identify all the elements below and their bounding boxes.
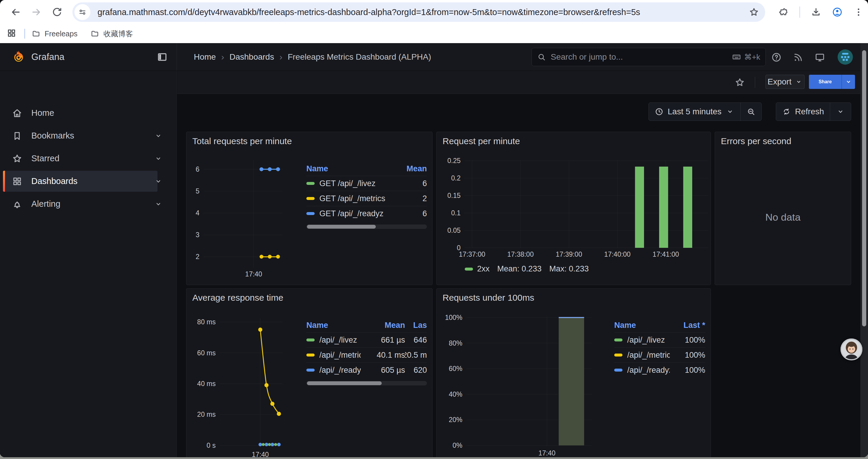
legend-text: GET /api/_/readyz <box>319 209 383 218</box>
panel-title[interactable]: Errors per second <box>721 136 791 146</box>
legend-pill[interactable] <box>306 369 315 371</box>
legend-series-label[interactable]: 2xx <box>477 264 490 273</box>
legend-scrollbar[interactable] <box>306 381 427 386</box>
legend-series-name[interactable]: GET /api/_/metrics <box>306 191 400 206</box>
legend-table: NameMeanGET /api/_/livez6GET /api/_/metr… <box>306 162 427 221</box>
share-button[interactable]: Share <box>809 75 855 89</box>
news-rss-icon[interactable] <box>790 50 805 65</box>
legend-pill[interactable] <box>306 212 315 215</box>
export-button[interactable]: Export <box>766 75 804 89</box>
legend-text: 40.1 ms <box>377 351 405 360</box>
y-axis-tick: 0.25 <box>447 157 461 165</box>
back-icon[interactable] <box>8 5 23 20</box>
bookmark-folder[interactable]: Freeleaps <box>32 29 78 38</box>
sidebar-item-home[interactable]: Home <box>0 102 176 124</box>
legend-value: 605 µs <box>361 363 405 378</box>
legend-pill[interactable] <box>306 354 315 357</box>
x-axis-tick: 17:40 <box>245 270 262 278</box>
legend-pill[interactable] <box>614 369 622 371</box>
legend-column-header[interactable]: Las <box>405 318 427 332</box>
bar-chart[interactable]: 0.250.20.150.10.05017:37:0017:38:0017:39… <box>465 161 708 248</box>
refresh-button[interactable]: Refresh <box>776 103 830 121</box>
share-button-label[interactable]: Share <box>809 75 842 89</box>
grafana-top-nav: Grafana Home›Dashboards›Freeleaps Metric… <box>0 43 868 71</box>
legend-series-name[interactable]: /api/_/readyz <box>614 363 670 378</box>
legend-scrollbar[interactable] <box>306 225 427 229</box>
legend-column-header[interactable]: Last * <box>670 318 705 332</box>
search-box[interactable]: ⌘+k <box>531 48 766 66</box>
legend-series-name[interactable]: /api/_/livez <box>614 333 670 347</box>
download-icon[interactable] <box>811 7 821 18</box>
dock-menu-icon[interactable] <box>157 52 168 64</box>
extensions-icon[interactable] <box>778 7 789 18</box>
legend-column-header[interactable]: Mean <box>400 162 427 176</box>
legend-column-header[interactable]: Name <box>614 318 670 332</box>
site-settings-icon[interactable] <box>74 4 90 20</box>
chevron-down-icon[interactable] <box>154 200 163 208</box>
sidebar-item-alerting[interactable]: Alerting <box>0 193 176 215</box>
legend-pill[interactable] <box>614 354 622 357</box>
folder-icon <box>90 29 99 38</box>
panel-title[interactable]: Requests under 100ms <box>442 293 534 303</box>
legend-series-name[interactable]: GET /api/_/readyz <box>306 206 400 221</box>
panel-title[interactable]: Request per minute <box>442 136 520 146</box>
user-avatar[interactable] <box>838 49 853 65</box>
y-axis-tick: 5 <box>195 187 199 195</box>
y-axis-tick: 80% <box>449 339 462 347</box>
legend-scrollbar-thumb[interactable] <box>307 381 382 385</box>
legend-column-header[interactable]: Name <box>306 318 361 332</box>
page-scrollbar[interactable] <box>860 43 868 457</box>
legend-series-name[interactable]: /api/_/livez <box>306 333 361 347</box>
legend-pill[interactable] <box>614 338 622 341</box>
legend-series-name[interactable]: /api/_/readyz <box>306 363 361 378</box>
bookmark-star-icon[interactable] <box>745 3 763 21</box>
line-chart[interactable]: 6543217:40 <box>204 160 283 268</box>
time-range-button[interactable]: Last 5 minutes <box>649 103 740 121</box>
legend-series-name[interactable]: /api/_/metrics <box>614 348 670 362</box>
chart-legend: 2xx Mean: 0.233 Max: 0.233 <box>465 264 589 273</box>
panel-title[interactable]: Average response time <box>192 293 283 303</box>
bookmark-folder[interactable]: 收藏博客 <box>90 29 133 39</box>
chevron-down-icon[interactable] <box>154 154 163 163</box>
area-chart[interactable]: 100%80%60%40%20%0%17:40 <box>466 316 592 447</box>
grafana-logo[interactable] <box>11 50 26 64</box>
breadcrumb-item[interactable]: Freeleaps Metrics Dashboard (ALPHA) <box>288 52 431 62</box>
breadcrumb-item[interactable]: Home <box>194 52 216 62</box>
help-icon[interactable] <box>769 50 784 65</box>
forward-icon[interactable] <box>29 5 44 20</box>
reload-icon[interactable] <box>50 5 64 20</box>
url-text[interactable]: grafana.mathmast.com/d/deytv4rwavabkb/fr… <box>97 7 745 17</box>
favorite-dashboard-star-icon[interactable] <box>733 75 747 90</box>
chevron-down-icon[interactable] <box>154 131 163 140</box>
refresh-interval-chevron[interactable] <box>830 103 851 121</box>
legend-pill[interactable] <box>306 182 315 185</box>
breadcrumb-item[interactable]: Dashboards <box>229 52 274 62</box>
legend-scrollbar-thumb[interactable] <box>307 225 376 229</box>
share-chevron-icon[interactable] <box>842 75 855 89</box>
line-chart[interactable]: 80 ms60 ms40 ms20 ms0 s17:40 <box>220 318 283 448</box>
sidebar-item-dashboards[interactable]: Dashboards <box>0 170 176 193</box>
legend-column-header[interactable]: Name <box>306 162 400 176</box>
legend-pill[interactable] <box>306 197 315 200</box>
profile-icon[interactable] <box>832 7 843 18</box>
scrollbar-thumb[interactable] <box>862 50 866 326</box>
panel-title[interactable]: Total requests per minute <box>192 136 292 146</box>
kiosk-monitor-icon[interactable] <box>812 50 827 65</box>
bell-icon <box>12 199 23 209</box>
browser-menu-icon[interactable] <box>853 7 864 18</box>
brand-name[interactable]: Grafana <box>31 52 64 62</box>
zoom-out-time-button[interactable] <box>741 103 761 121</box>
apps-grid-icon[interactable] <box>6 28 17 39</box>
legend-series-name[interactable]: GET /api/_/livez <box>306 176 400 191</box>
floating-avatar[interactable] <box>840 338 862 360</box>
search-input[interactable] <box>550 52 732 62</box>
legend-column-header[interactable]: Mean <box>361 318 405 332</box>
chevron-down-icon[interactable] <box>154 177 163 186</box>
address-bar[interactable]: grafana.mathmast.com/d/deytv4rwavabkb/fr… <box>72 2 765 22</box>
folder-icon <box>32 29 40 38</box>
legend-pill[interactable] <box>306 338 315 341</box>
sidebar-item-starred[interactable]: Starred <box>0 147 176 170</box>
legend-series-name[interactable]: /api/_/metrics <box>306 348 361 362</box>
sidebar-item-bookmarks[interactable]: Bookmarks <box>0 124 176 147</box>
zoom-out-icon <box>747 107 755 116</box>
